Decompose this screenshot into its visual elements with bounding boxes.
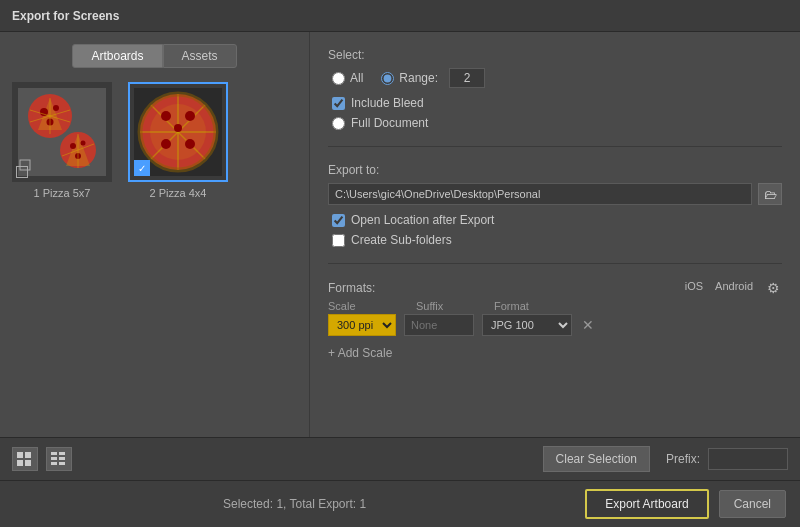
svg-rect-38 (59, 462, 65, 465)
create-subfolders-label[interactable]: Create Sub-folders (351, 233, 452, 247)
bottom-bar: Clear Selection Prefix: (0, 437, 800, 480)
svg-rect-30 (25, 452, 31, 458)
right-panel: Select: All Range: 2 Include Bl (310, 32, 800, 437)
dialog: Artboards Assets (0, 32, 800, 527)
artboards-grid: 1 Pizza 5x7 (12, 82, 297, 425)
svg-rect-35 (51, 457, 57, 460)
svg-rect-31 (17, 460, 23, 466)
export-to-section: Export to: 🗁 Open Location after Export … (328, 163, 782, 247)
format-col-labels: Scale Suffix Format (328, 300, 782, 312)
open-after-checkbox[interactable] (332, 214, 345, 227)
artboard-thumb-1[interactable] (12, 82, 112, 182)
svg-point-25 (161, 139, 171, 149)
clear-selection-button[interactable]: Clear Selection (543, 446, 650, 472)
svg-rect-33 (51, 452, 57, 455)
svg-point-26 (185, 139, 195, 149)
radio-all[interactable]: All (332, 71, 363, 85)
full-document-radio[interactable] (332, 117, 345, 130)
gear-button[interactable]: ⚙ (765, 280, 782, 296)
android-link[interactable]: Android (715, 280, 753, 296)
select-section: Select: All Range: 2 Include Bl (328, 48, 782, 130)
artboard-preview-1 (18, 88, 106, 176)
tab-artboards[interactable]: Artboards (72, 44, 162, 68)
formats-header: Formats: iOS Android ⚙ (328, 280, 782, 296)
radio-range-label[interactable]: Range: (399, 71, 438, 85)
include-bleed-row: Include Bleed (332, 96, 782, 110)
include-bleed-checkbox[interactable] (332, 97, 345, 110)
format-select[interactable]: JPG 100 PNG SVG PDF (482, 314, 572, 336)
suffix-col-label: Suffix (416, 300, 486, 312)
formats-label: Formats: (328, 281, 375, 295)
scale-select[interactable]: 300 ppi 72 ppi 150 ppi (328, 314, 396, 336)
open-after-row: Open Location after Export (332, 213, 782, 227)
export-to-label: Export to: (328, 163, 782, 177)
scale-col-label: Scale (328, 300, 408, 312)
svg-point-23 (161, 111, 171, 121)
prefix-input[interactable] (708, 448, 788, 470)
tab-assets[interactable]: Assets (163, 44, 237, 68)
create-subfolders-checkbox[interactable] (332, 234, 345, 247)
divider-2 (328, 263, 782, 264)
format-col-label: Format (494, 300, 530, 312)
ios-link[interactable]: iOS (685, 280, 703, 296)
create-subfolders-row: Create Sub-folders (332, 233, 782, 247)
artboard-label-2: 2 Pizza 4x4 (150, 187, 207, 199)
dialog-body: Artboards Assets (0, 32, 800, 437)
artboard-thumb-2[interactable]: ✓ (128, 82, 228, 182)
include-bleed-label[interactable]: Include Bleed (351, 96, 424, 110)
svg-rect-29 (17, 452, 23, 458)
svg-rect-32 (25, 460, 31, 466)
svg-rect-37 (51, 462, 57, 465)
radio-group: All Range: 2 (332, 68, 782, 88)
grid-icon (17, 452, 33, 466)
open-after-label[interactable]: Open Location after Export (351, 213, 494, 227)
svg-point-4 (53, 105, 59, 111)
artboard-item-1[interactable]: 1 Pizza 5x7 (12, 82, 112, 425)
svg-rect-36 (59, 457, 65, 460)
svg-point-10 (70, 143, 76, 149)
cancel-button[interactable]: Cancel (719, 490, 786, 518)
title-bar: Export for Screens (0, 0, 800, 32)
folder-button[interactable]: 🗁 (758, 183, 782, 205)
select-label: Select: (328, 48, 782, 62)
platform-links: iOS Android ⚙ (685, 280, 782, 296)
formats-section: Formats: iOS Android ⚙ Scale Suffix Form… (328, 280, 782, 364)
svg-rect-34 (59, 452, 65, 455)
svg-point-27 (174, 124, 182, 132)
full-document-row: Full Document (332, 116, 782, 130)
left-panel: Artboards Assets (0, 32, 310, 437)
tab-group: Artboards Assets (12, 44, 297, 68)
radio-all-label[interactable]: All (350, 71, 363, 85)
svg-point-24 (185, 111, 195, 121)
export-to-row: 🗁 (328, 183, 782, 205)
range-value-input[interactable]: 2 (449, 68, 485, 88)
title-text: Export for Screens (12, 9, 119, 23)
check-mark-2: ✓ (134, 160, 150, 176)
svg-point-11 (81, 141, 86, 146)
add-scale-button[interactable]: + Add Scale (328, 342, 392, 364)
suffix-input[interactable] (404, 314, 474, 336)
format-row-1: 300 ppi 72 ppi 150 ppi JPG 100 PNG SVG P… (328, 314, 782, 336)
path-input[interactable] (328, 183, 752, 205)
list-icon (51, 452, 67, 466)
artboard-item-2[interactable]: ✓ 2 Pizza 4x4 (128, 82, 228, 425)
radio-range[interactable]: Range: 2 (381, 68, 485, 88)
full-document-label[interactable]: Full Document (351, 116, 428, 130)
grid-view-button[interactable] (12, 447, 38, 471)
footer-bar: Selected: 1, Total Export: 1 Export Artb… (0, 480, 800, 527)
selected-info: Selected: 1, Total Export: 1 (14, 497, 575, 511)
divider-1 (328, 146, 782, 147)
corner-select-1 (16, 166, 28, 178)
prefix-label: Prefix: (666, 452, 700, 466)
list-view-button[interactable] (46, 447, 72, 471)
artboard-label-1: 1 Pizza 5x7 (34, 187, 91, 199)
export-button[interactable]: Export Artboard (585, 489, 708, 519)
remove-format-button[interactable]: ✕ (580, 317, 596, 333)
